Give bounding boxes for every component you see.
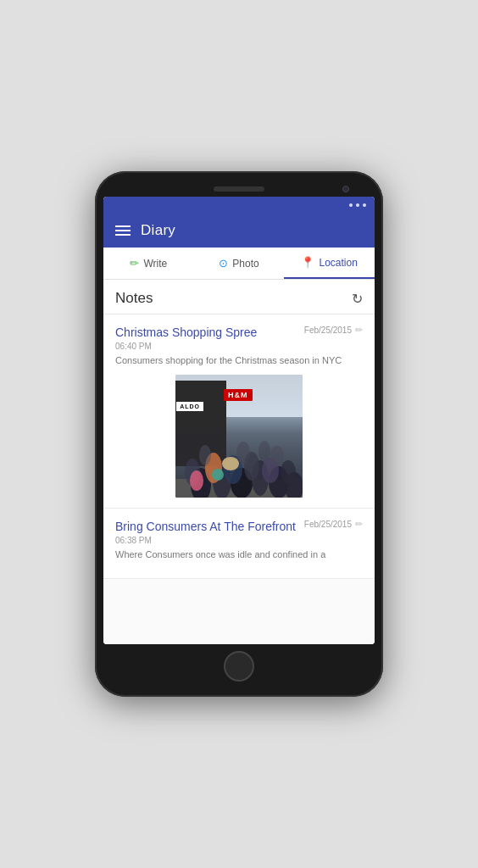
phone-top-bar bbox=[103, 186, 375, 192]
notes-header: Notes ↻ bbox=[103, 280, 375, 314]
note-1-body: Consumers shopping for the Christmas sea… bbox=[115, 354, 363, 367]
status-bar bbox=[103, 197, 375, 214]
note-2-date-edit: Feb/25/2015 ✏ bbox=[304, 519, 363, 530]
svg-point-16 bbox=[236, 442, 250, 464]
phone-speaker bbox=[214, 186, 264, 192]
phone-screen: Diary ✏ Write ⊙ Photo 📍 Location Notes ↻ bbox=[103, 197, 375, 644]
svg-point-12 bbox=[222, 457, 239, 470]
note-2-body: Where Consumers once was idle and confin… bbox=[115, 548, 363, 561]
svg-point-17 bbox=[258, 441, 270, 461]
notes-title: Notes bbox=[115, 290, 153, 307]
hamburger-line-3 bbox=[115, 234, 131, 236]
tab-location[interactable]: 📍 Location bbox=[284, 248, 375, 279]
battery-icon bbox=[363, 203, 366, 207]
svg-point-18 bbox=[270, 446, 284, 465]
note-1-time: 06:40 PM bbox=[115, 342, 363, 351]
location-icon: 📍 bbox=[301, 256, 314, 269]
app-header: Diary bbox=[103, 214, 375, 248]
wifi-icon bbox=[356, 203, 359, 207]
note-card-2: Bring Consumers At The Forefront Feb/25/… bbox=[103, 509, 375, 580]
content-area: Notes ↻ Christmas Shopping Spree Feb/25/… bbox=[103, 280, 375, 644]
svg-point-13 bbox=[190, 470, 203, 491]
home-button[interactable] bbox=[224, 651, 254, 682]
note-1-date-edit: Feb/25/2015 ✏ bbox=[304, 325, 363, 336]
tab-photo-label: Photo bbox=[232, 258, 258, 270]
app-title: Diary bbox=[141, 222, 175, 239]
note-1-title: Christmas Shopping Spree bbox=[115, 325, 297, 340]
note-1-edit-icon[interactable]: ✏ bbox=[355, 325, 363, 336]
tab-write[interactable]: ✏ Write bbox=[103, 248, 194, 279]
photo-icon: ⊙ bbox=[219, 257, 228, 270]
hamburger-line-1 bbox=[115, 225, 131, 227]
refresh-button[interactable]: ↻ bbox=[352, 291, 363, 307]
tab-location-label: Location bbox=[319, 257, 357, 269]
signal-icon bbox=[349, 203, 353, 207]
svg-point-14 bbox=[212, 469, 224, 481]
hamburger-menu-button[interactable] bbox=[115, 225, 131, 236]
note-card-1: Christmas Shopping Spree Feb/25/2015 ✏ 0… bbox=[103, 314, 375, 509]
svg-point-11 bbox=[281, 460, 296, 484]
note-2-date: Feb/25/2015 bbox=[304, 520, 352, 529]
shopping-scene: ALDO H&M bbox=[175, 375, 303, 498]
note-2-title: Bring Consumers At The Forefront bbox=[115, 519, 297, 534]
phone-bottom-bar bbox=[103, 651, 375, 682]
note-1-image: ALDO H&M bbox=[175, 375, 303, 498]
write-icon: ✏ bbox=[130, 257, 139, 270]
note-1-date: Feb/25/2015 bbox=[304, 326, 352, 335]
hamburger-line-2 bbox=[115, 230, 131, 231]
note-2-meta: Bring Consumers At The Forefront Feb/25/… bbox=[115, 519, 363, 534]
phone-camera bbox=[342, 186, 349, 192]
note-2-time: 06:38 PM bbox=[115, 536, 363, 545]
status-icons bbox=[349, 203, 366, 207]
tab-bar: ✏ Write ⊙ Photo 📍 Location bbox=[103, 248, 375, 280]
tab-photo[interactable]: ⊙ Photo bbox=[194, 248, 285, 279]
crowd-svg bbox=[175, 375, 303, 498]
note-2-edit-icon[interactable]: ✏ bbox=[355, 519, 363, 530]
tab-write-label: Write bbox=[143, 258, 167, 270]
svg-point-15 bbox=[199, 445, 211, 465]
note-1-meta: Christmas Shopping Spree Feb/25/2015 ✏ bbox=[115, 325, 363, 340]
phone-shell: Diary ✏ Write ⊙ Photo 📍 Location Notes ↻ bbox=[95, 171, 383, 697]
